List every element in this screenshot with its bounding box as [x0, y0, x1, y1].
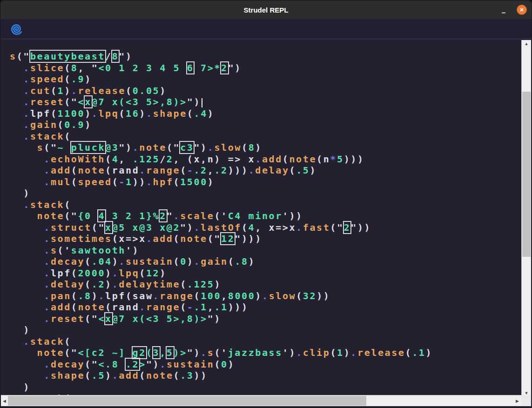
- minimize-button[interactable]: –: [498, 2, 509, 16]
- code-line[interactable]: .gain(0.9): [10, 119, 521, 131]
- code-token: shape: [153, 108, 187, 119]
- code-line[interactable]: .mul(speed(-1)).hpf(1500): [10, 176, 521, 188]
- code-token: .: [146, 176, 153, 187]
- active-event-highlight: 8: [112, 51, 119, 62]
- code-token: .: [194, 256, 201, 267]
- code-token: (: [283, 154, 290, 165]
- titlebar[interactable]: Strudel REPL – ✕: [0, 0, 532, 19]
- code-line[interactable]: .delay(.2).delaytime(.125): [10, 279, 521, 290]
- window-title: Strudel REPL: [0, 0, 532, 19]
- code-token: (": [85, 313, 98, 324]
- code-token: (: [242, 222, 249, 233]
- code-token: pan: [51, 290, 71, 301]
- code-line[interactable]: .shape(.5).add(note(.3)): [10, 370, 521, 381]
- code-token: ): [139, 108, 146, 119]
- code-token: .: [174, 210, 181, 221]
- code-token: speed: [78, 176, 112, 187]
- code-line[interactable]: .reset("<x@7 x(<3 5>,8)>"): [10, 96, 521, 108]
- code-token: sawtooth: [71, 245, 126, 256]
- code-line[interactable]: .pan(.8).lpf(saw.range(100,8000).slow(32…: [10, 290, 521, 302]
- close-button[interactable]: ✕: [517, 5, 527, 15]
- code-token: .: [44, 165, 51, 176]
- code-line[interactable]: .add(note(rand.range(-.2,.2))).delay(.5): [10, 165, 521, 176]
- vertical-scrollbar[interactable]: ▲ ▼: [521, 40, 531, 397]
- code-token: .1: [214, 301, 228, 313]
- horizontal-scrollbar-thumb[interactable]: [8, 396, 366, 406]
- code-token: , (x,n) => x: [174, 154, 256, 165]
- code-line[interactable]: ): [10, 381, 521, 393]
- code-lines[interactable]: s("beautybeast/8") .slice(8, "<0 1 2 3 4…: [0, 40, 521, 408]
- scroll-right-arrow-icon[interactable]: ▶: [514, 395, 521, 406]
- code-token: [10, 370, 44, 381]
- code-token: cut: [30, 85, 51, 96]
- code-token: echoWith: [51, 154, 105, 165]
- code-token: 1: [58, 85, 65, 96]
- code-line[interactable]: .lpf(2000).lpq(12): [10, 268, 521, 279]
- code-line[interactable]: .echoWith(4, .125/2, (x,n) => x.add(note…: [10, 154, 521, 165]
- code-line[interactable]: .struct("x@5 x@3 x@2").lastOf(4, x=>x.fa…: [10, 222, 521, 234]
- code-token: 1100: [58, 108, 85, 119]
- code-token: @5 x@3 x@2: [112, 222, 180, 233]
- code-line[interactable]: ): [10, 324, 521, 336]
- active-event-highlight: c3: [180, 142, 194, 153]
- code-line[interactable]: .add(note(rand.range(-.1,.1))): [10, 301, 521, 313]
- code-token: [10, 119, 23, 130]
- scroll-left-arrow-icon[interactable]: ◀: [1, 395, 8, 406]
- code-line[interactable]: .cut(1).release(0.05): [10, 85, 521, 97]
- code-line[interactable]: .s('sawtooth'): [10, 245, 521, 256]
- code-token: decay: [51, 359, 85, 370]
- vertical-scrollbar-thumb[interactable]: [522, 92, 531, 257]
- code-line[interactable]: s("beautybeast/8"): [10, 51, 521, 62]
- code-token: [10, 210, 37, 221]
- code-token: .: [44, 233, 51, 244]
- code-line[interactable]: .stack(: [10, 336, 521, 348]
- code-token: note: [180, 233, 208, 244]
- code-token: 4: [112, 154, 119, 165]
- code-token: .: [23, 62, 30, 74]
- code-token: (: [194, 290, 201, 301]
- code-token: slow: [214, 142, 242, 153]
- code-token: release: [357, 347, 405, 358]
- code-token: "): [146, 359, 160, 370]
- code-token: .: [44, 279, 51, 290]
- code-line[interactable]: .stack(: [10, 199, 521, 211]
- code-token: C4 minor: [228, 210, 283, 221]
- code-line[interactable]: .reset("<x@7 x(<3 5>,8)>"): [10, 313, 521, 325]
- code-token: [10, 256, 44, 267]
- code-token: .2: [214, 165, 228, 176]
- code-line[interactable]: .sometimes(x=>x.add(note("12"))): [10, 233, 521, 245]
- code-token: ): [10, 187, 30, 199]
- code-line[interactable]: note("{0 4 3 2 1}%2".scale('C4 minor')): [10, 210, 521, 222]
- code-editor[interactable]: s("beautybeast/8") .slice(8, "<0 1 2 3 4…: [0, 40, 532, 408]
- code-token: .: [112, 370, 119, 381]
- active-event-highlight: x: [85, 96, 92, 107]
- active-event-highlight: 2: [344, 222, 351, 233]
- code-line[interactable]: note("<[c2 ~] g2(3,5)>").s('jazzbass').c…: [10, 347, 521, 359]
- strudel-spiral-logo-icon[interactable]: [10, 23, 23, 35]
- code-token: [10, 301, 44, 313]
- code-token: )): [317, 290, 330, 301]
- scroll-up-arrow-icon[interactable]: ▲: [522, 40, 531, 47]
- code-token: ): [85, 108, 92, 119]
- code-token: ): [105, 370, 112, 381]
- code-line[interactable]: .slice(8, "<0 1 2 3 4 5 6 7>*2"): [10, 62, 521, 74]
- code-token: (x=>x: [112, 233, 146, 244]
- code-line[interactable]: .decay(.04).sustain(0).gain(.8): [10, 256, 521, 268]
- code-token: (: [296, 290, 303, 301]
- code-token: .: [262, 290, 269, 301]
- horizontal-scrollbar[interactable]: ◀ ▶: [1, 395, 522, 406]
- code-line[interactable]: .lpf(1100).lpq(16).shape(.4): [10, 108, 521, 120]
- code-line[interactable]: s("~ pluck@3").note("c3").slow(8): [10, 142, 521, 154]
- code-line[interactable]: .stack(: [10, 131, 521, 142]
- code-line[interactable]: ): [10, 187, 521, 199]
- code-token: (: [85, 256, 92, 267]
- code-token: gain: [30, 119, 58, 130]
- code-token: (: [139, 370, 146, 381]
- code-token: 8000: [228, 290, 256, 301]
- code-token: [10, 245, 44, 256]
- code-line[interactable]: .speed(.9): [10, 74, 521, 85]
- code-line[interactable]: .decay("<.8 .2>").sustain(0): [10, 359, 521, 370]
- code-token: [10, 96, 23, 107]
- code-token: (: [64, 199, 71, 210]
- code-token: (: [126, 290, 133, 301]
